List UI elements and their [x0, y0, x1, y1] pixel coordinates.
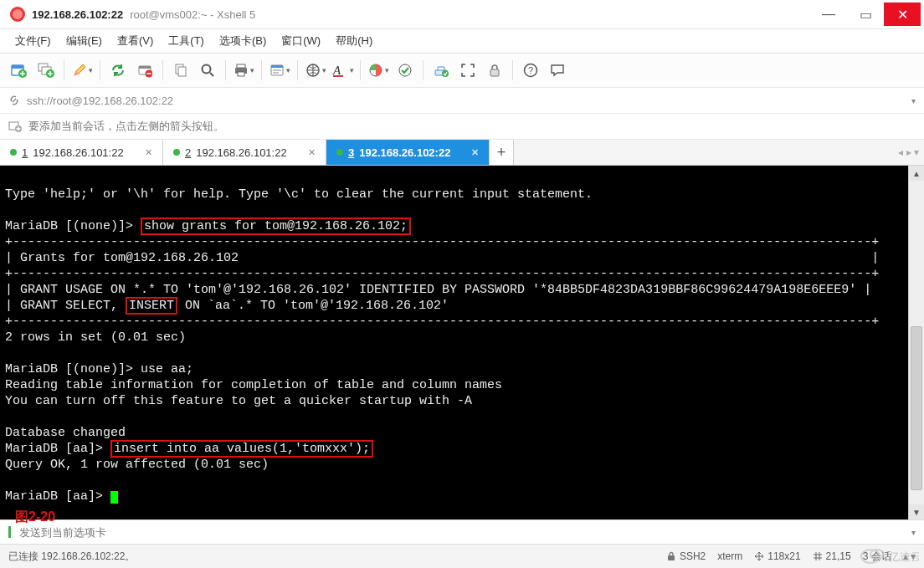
status-dot-icon: [173, 149, 180, 156]
tab-number: 1: [22, 146, 28, 159]
size-icon: [754, 551, 764, 561]
hint-bar: 要添加当前会话，点击左侧的箭头按钮。: [0, 114, 924, 140]
globe-icon[interactable]: ▾: [303, 58, 328, 83]
highlight-show-grants: show grants for tom@192.168.26.102;: [141, 217, 411, 235]
figure-label: 图2-20: [15, 509, 55, 526]
send-bar: ▾: [0, 519, 924, 544]
help-icon[interactable]: ?: [518, 58, 543, 83]
copy-icon[interactable]: [168, 58, 193, 83]
tab-label: 192.168.26.101:22: [33, 146, 123, 159]
menu-bar: 文件(F) 编辑(E) 查看(V) 工具(T) 选项卡(B) 窗口(W) 帮助(…: [0, 29, 924, 53]
tab-bar: 1 192.168.26.101:22 ✕ 2 192.168.26.101:2…: [0, 140, 924, 166]
close-button[interactable]: ✕: [884, 3, 921, 26]
xftp-icon[interactable]: [429, 58, 454, 83]
status-cursor: 21,15: [813, 550, 851, 562]
tab-number: 2: [185, 146, 191, 159]
send-input[interactable]: [18, 525, 905, 540]
address-bar[interactable]: ssh://root@192.168.26.102:22 ▾: [0, 88, 924, 114]
reconnect-icon[interactable]: [105, 58, 131, 83]
svg-rect-30: [668, 555, 675, 560]
menu-tools[interactable]: 工具(T): [162, 30, 211, 52]
chat-icon[interactable]: [545, 58, 570, 83]
tab-2[interactable]: 2 192.168.26.101:22 ✕: [163, 140, 326, 165]
svg-rect-1: [12, 65, 23, 69]
tab-nav[interactable]: ◂ ▸ ▾: [893, 140, 924, 165]
status-termtype: xterm: [717, 550, 742, 562]
app-icon: [10, 7, 25, 22]
send-indicator-icon: [8, 526, 11, 538]
tab-3[interactable]: 3 192.168.26.102:22 ✕: [326, 140, 490, 165]
link-icon: [8, 95, 20, 106]
address-dropdown-icon[interactable]: ▾: [911, 96, 916, 105]
hint-text: 要添加当前会话，点击左侧的箭头按钮。: [28, 119, 224, 134]
highlight-insert: INSERT: [126, 297, 177, 315]
tab-label: 192.168.26.101:22: [196, 146, 286, 159]
status-bar: 已连接 192.168.26.102:22。 SSH2 xterm 118x21…: [0, 544, 924, 568]
menu-tabs[interactable]: 选项卡(B): [213, 30, 273, 52]
watermark-logo: 亿速云: [860, 546, 919, 566]
tab-label: 192.168.26.102:22: [359, 146, 450, 159]
tab-close-icon[interactable]: ✕: [471, 147, 479, 158]
status-size: 118x21: [754, 550, 800, 562]
print-icon[interactable]: ▾: [231, 58, 256, 83]
scroll-down-icon[interactable]: ▼: [909, 504, 924, 519]
svg-rect-11: [178, 67, 186, 76]
svg-rect-25: [490, 69, 499, 76]
color-icon[interactable]: ▾: [366, 58, 391, 83]
terminal[interactable]: Type 'help;' or '\h' for help. Type '\c'…: [0, 166, 908, 519]
status-connection: 已连接 192.168.26.102:22。: [8, 550, 135, 564]
search-icon[interactable]: [195, 58, 220, 83]
grid-icon: [813, 551, 823, 561]
svg-rect-17: [271, 65, 283, 68]
title-host: 192.168.26.102:22: [32, 8, 123, 21]
tab-1[interactable]: 1 192.168.26.101:22 ✕: [0, 140, 163, 165]
highlight-insert-into: insert into aa values(1,'tomxxx');: [110, 440, 373, 458]
maximize-button[interactable]: ▭: [847, 3, 884, 26]
lock-small-icon: [666, 551, 676, 561]
status-dot-icon: [10, 149, 17, 156]
status-protocol: SSH2: [666, 550, 706, 562]
svg-point-12: [203, 65, 211, 74]
new-tab-icon[interactable]: [33, 58, 59, 83]
titlebar: 192.168.26.102:22 root@vms002:~ - Xshell…: [0, 0, 924, 29]
add-session-icon[interactable]: [8, 120, 22, 133]
title-subtitle: root@vms002:~ - Xshell 5: [130, 8, 255, 21]
scrollbar[interactable]: ▲ ▼: [908, 166, 924, 519]
edit-icon[interactable]: ▾: [69, 58, 95, 83]
tab-close-icon[interactable]: ✕: [145, 147, 152, 158]
toolbar: ▾ ▾ ▾ ▾ A▾ ▾ ?: [0, 53, 924, 88]
tab-number: 3: [348, 146, 354, 159]
menu-view[interactable]: 查看(V): [110, 30, 160, 52]
lock-icon[interactable]: [482, 58, 507, 83]
menu-edit[interactable]: 编辑(E): [59, 30, 109, 52]
properties-icon[interactable]: ▾: [267, 58, 292, 83]
fullscreen-icon[interactable]: [455, 58, 480, 83]
highlight-icon[interactable]: [393, 58, 418, 83]
svg-point-22: [399, 64, 411, 76]
new-session-icon[interactable]: [7, 58, 32, 83]
svg-text:亿速云: 亿速云: [888, 550, 919, 563]
window-buttons: — ▭ ✕: [810, 3, 921, 26]
disconnect-icon[interactable]: [132, 58, 157, 83]
scroll-up-icon[interactable]: ▲: [909, 166, 924, 181]
cursor: [110, 491, 118, 504]
menu-help[interactable]: 帮助(H): [329, 30, 379, 52]
svg-rect-13: [237, 64, 245, 68]
svg-rect-15: [238, 72, 244, 76]
minimize-button[interactable]: —: [810, 3, 847, 26]
send-dropdown-icon[interactable]: ▾: [911, 528, 916, 537]
svg-text:?: ?: [528, 65, 533, 75]
svg-rect-20: [333, 75, 343, 77]
tab-close-icon[interactable]: ✕: [308, 147, 316, 158]
tab-add-button[interactable]: +: [490, 140, 514, 165]
svg-text:A: A: [332, 64, 341, 77]
address-text: ssh://root@192.168.26.102:22: [27, 95, 173, 107]
scroll-thumb[interactable]: [911, 326, 922, 490]
status-dot-icon: [336, 149, 343, 156]
menu-file[interactable]: 文件(F): [8, 30, 58, 52]
svg-rect-7: [139, 66, 151, 69]
font-icon[interactable]: A▾: [330, 58, 355, 83]
menu-window[interactable]: 窗口(W): [275, 30, 327, 52]
svg-rect-9: [147, 73, 151, 74]
